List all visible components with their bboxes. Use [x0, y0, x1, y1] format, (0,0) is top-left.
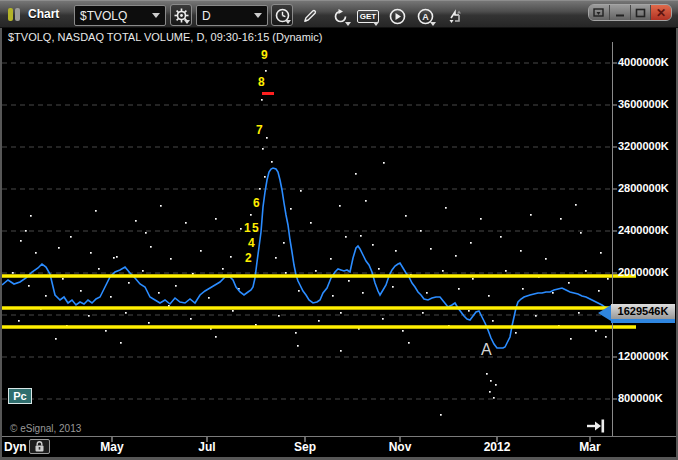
data-dot	[598, 290, 600, 292]
data-dot	[340, 312, 342, 314]
data-dot	[445, 207, 447, 209]
data-dot	[492, 320, 494, 322]
data-dot	[360, 235, 362, 237]
data-dot	[283, 242, 285, 244]
data-dot	[120, 342, 122, 344]
data-dot	[362, 292, 364, 294]
data-dot	[470, 242, 472, 244]
data-dot	[113, 257, 115, 259]
data-dot	[345, 236, 347, 238]
data-dot	[98, 268, 100, 270]
lock-icon	[34, 441, 45, 452]
data-dot	[585, 270, 587, 272]
data-dot	[442, 270, 444, 272]
data-dot	[58, 247, 60, 249]
data-dot	[158, 292, 160, 294]
data-dot	[472, 278, 474, 280]
arrow-to-end-icon	[586, 419, 606, 433]
data-dot	[605, 336, 607, 338]
data-dot	[70, 236, 72, 238]
data-dot	[25, 230, 27, 232]
data-dot	[340, 350, 342, 352]
data-dot	[35, 252, 37, 254]
data-dot	[339, 205, 341, 207]
data-dot	[578, 312, 580, 314]
red-dash-mark	[262, 92, 274, 95]
data-dot	[28, 285, 30, 287]
data-dot	[150, 246, 152, 248]
data-dot	[607, 278, 609, 280]
data-dot	[266, 137, 268, 139]
data-dot	[535, 315, 537, 317]
last-value-label: 1629546K	[611, 304, 675, 319]
data-dot	[20, 240, 22, 242]
data-dot	[105, 330, 107, 332]
data-dot	[142, 270, 144, 272]
data-dot	[575, 204, 577, 206]
data-dot	[232, 310, 234, 312]
x-axis-line	[2, 436, 676, 437]
data-dot	[240, 228, 242, 230]
data-dot	[116, 256, 118, 258]
data-dot	[170, 258, 172, 260]
data-dot	[500, 236, 502, 238]
data-dot	[250, 214, 252, 216]
data-dot	[395, 250, 397, 252]
data-dot	[490, 380, 492, 382]
y-axis-line	[612, 42, 613, 437]
data-dot	[580, 232, 582, 234]
data-dot	[125, 312, 127, 314]
data-dot	[493, 397, 495, 399]
data-dot	[365, 200, 367, 202]
data-dot	[285, 272, 287, 274]
data-dot	[88, 315, 90, 317]
data-dot	[348, 280, 350, 282]
data-dot	[135, 220, 137, 222]
chart-canvas[interactable]	[0, 0, 678, 460]
data-dot	[295, 332, 297, 334]
data-dot	[568, 282, 570, 284]
data-dot	[489, 391, 491, 393]
price-line-indicator	[611, 319, 675, 323]
data-dot	[90, 252, 92, 254]
data-dot	[402, 330, 404, 332]
data-dot	[265, 70, 267, 72]
volume-line	[2, 168, 613, 348]
data-dot	[520, 250, 522, 252]
data-dot	[480, 218, 482, 220]
data-dot	[300, 190, 302, 192]
data-dot	[488, 295, 490, 297]
data-dot	[297, 345, 299, 347]
data-dot	[264, 176, 266, 178]
data-dot	[560, 218, 562, 220]
data-dot	[208, 297, 210, 299]
data-dot	[318, 320, 320, 322]
data-dot	[330, 258, 332, 260]
data-dot	[80, 290, 82, 292]
data-dot	[145, 232, 147, 234]
data-dot	[215, 336, 217, 338]
data-dot	[310, 222, 312, 224]
data-dot	[259, 188, 261, 190]
data-dot	[355, 173, 357, 175]
study-badge-pc[interactable]: Pc	[8, 388, 32, 404]
lock-scale-button[interactable]	[29, 439, 50, 454]
data-dot	[45, 295, 47, 297]
data-dot	[12, 272, 14, 274]
dyn-label: Dyn	[4, 440, 27, 454]
data-dot	[148, 322, 150, 324]
data-dot	[552, 292, 554, 294]
data-dot	[372, 244, 374, 246]
copyright-text: © eSignal, 2013	[10, 423, 81, 434]
window-frame	[0, 28, 2, 460]
data-dot	[55, 338, 57, 340]
data-dot	[430, 248, 432, 250]
data-dot	[426, 292, 428, 294]
data-dot	[515, 332, 517, 334]
data-dot	[230, 256, 232, 258]
data-dot	[440, 414, 442, 416]
data-dot	[382, 318, 384, 320]
go-to-last-bar-button[interactable]	[586, 419, 606, 437]
data-dot	[530, 214, 532, 216]
data-dot	[570, 338, 572, 340]
